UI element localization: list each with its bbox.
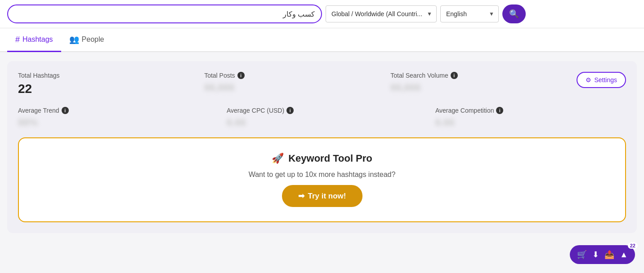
- average-cpc-info-icon[interactable]: i: [286, 107, 294, 114]
- settings-button[interactable]: ⚙ Settings: [577, 72, 626, 88]
- main-content: Total Hashtags 22 Total Posts i 66,666 T…: [0, 52, 644, 242]
- search-icon: 🔍: [509, 9, 519, 19]
- total-search-volume-value: 66,666: [390, 82, 559, 93]
- total-posts-stat: Total Posts i 66,666: [204, 72, 372, 96]
- total-hashtags-label: Total Hashtags: [18, 72, 186, 79]
- download-icon[interactable]: ⬇: [592, 250, 599, 260]
- pro-banner-title: 🚀 Keyword Tool Pro: [272, 153, 372, 164]
- average-competition-stat: Average Competition i 6.66: [435, 107, 626, 128]
- search-volume-info-icon[interactable]: i: [451, 72, 458, 79]
- language-select[interactable]: English: [440, 5, 499, 22]
- stats-grid-row2: Average Trend i 88% Average CPC (USD) i …: [18, 107, 626, 128]
- average-competition-value: 6.66: [435, 117, 626, 128]
- total-search-volume-label: Total Search Volume i: [390, 72, 559, 79]
- tabs-bar: # Hashtags 👥 People: [0, 28, 644, 52]
- total-posts-info-icon[interactable]: i: [237, 72, 245, 79]
- tab-people-label: People: [82, 35, 104, 44]
- hashtag-icon: #: [15, 35, 20, 44]
- gear-icon: ⚙: [586, 76, 591, 84]
- average-trend-stat: Average Trend i 88%: [18, 107, 209, 128]
- total-search-volume-stat: Total Search Volume i 66,666: [390, 72, 559, 96]
- people-icon: 👥: [69, 35, 79, 44]
- total-posts-value: 66,666: [204, 82, 372, 93]
- stats-grid-row1: Total Hashtags 22 Total Posts i 66,666 T…: [18, 72, 626, 96]
- cart-icon[interactable]: 🛒: [577, 250, 587, 260]
- header: کسب وکار Global / Worldwide (All Countri…: [0, 0, 644, 28]
- search-button[interactable]: 🔍: [502, 4, 526, 23]
- average-cpc-value: 6.66: [227, 117, 417, 128]
- expand-icon[interactable]: ▲: [620, 250, 628, 260]
- total-hashtags-stat: Total Hashtags 22: [18, 72, 186, 96]
- average-competition-label: Average Competition i: [435, 107, 626, 114]
- try-now-button[interactable]: ➡ Try it now!: [282, 185, 362, 207]
- language-select-wrapper: English ▼: [440, 5, 499, 22]
- stats-card: Total Hashtags 22 Total Posts i 66,666 T…: [7, 61, 637, 233]
- rocket-icon: 🚀: [272, 153, 284, 164]
- floating-toolbar: 🛒 ⬇ 📤 ▲ 22: [570, 245, 635, 264]
- tab-hashtags-label: Hashtags: [22, 35, 53, 44]
- search-input[interactable]: کسب وکار: [7, 4, 322, 23]
- location-select[interactable]: Global / Worldwide (All Countri...: [326, 5, 437, 22]
- tab-hashtags[interactable]: # Hashtags: [7, 28, 61, 52]
- total-hashtags-value: 22: [18, 82, 186, 96]
- search-input-wrapper: کسب وکار: [7, 4, 322, 23]
- average-trend-info-icon[interactable]: i: [62, 107, 69, 114]
- arrow-right-icon: ➡: [298, 191, 304, 201]
- pro-banner-subtitle: Want to get up to 10x more hashtags inst…: [249, 171, 396, 179]
- total-posts-label: Total Posts i: [204, 72, 372, 79]
- pro-banner: 🚀 Keyword Tool Pro Want to get up to 10x…: [18, 137, 626, 222]
- average-cpc-label: Average CPC (USD) i: [227, 107, 417, 114]
- tab-people[interactable]: 👥 People: [61, 28, 112, 52]
- location-select-wrapper: Global / Worldwide (All Countri... ▼: [326, 5, 437, 22]
- average-trend-label: Average Trend i: [18, 107, 209, 114]
- average-cpc-stat: Average CPC (USD) i 6.66: [227, 107, 417, 128]
- settings-button-wrapper: ⚙ Settings: [577, 72, 626, 96]
- average-trend-value: 88%: [18, 117, 209, 128]
- average-competition-info-icon[interactable]: i: [496, 107, 503, 114]
- toolbar-badge: 22: [628, 242, 638, 249]
- share-icon[interactable]: 📤: [604, 250, 614, 260]
